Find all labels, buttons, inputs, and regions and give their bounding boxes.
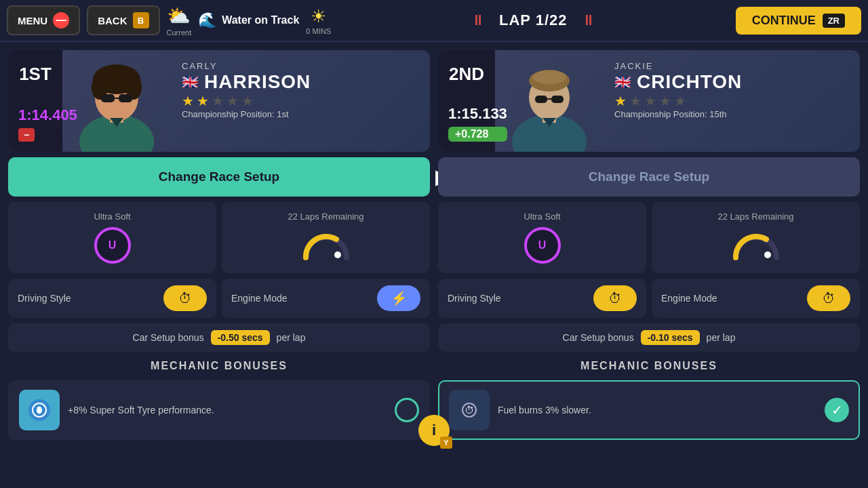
p2-star3: ★ (644, 93, 656, 109)
player2-laps-label: 22 Laps Remaining (717, 211, 793, 222)
player2-driving-style-card: Driving Style ⏱ (438, 279, 646, 318)
player2-mechanic-icon-box: ⏱ (449, 390, 490, 430)
continue-button[interactable]: CONTINUE ZR (736, 7, 861, 35)
player1-fuel-gauge (299, 227, 353, 264)
player2-fuel-gauge (729, 227, 783, 264)
player1-mechanic-icon-svg: $ (27, 398, 52, 422)
player1-lap-time: 1:14.405 (18, 106, 77, 124)
player2-driver-card: 2ND (438, 50, 860, 152)
player2-mechanic-check: ✓ (825, 398, 849, 422)
player1-stars: ★ ★ ★ ★ ★ (182, 93, 419, 109)
player2-engine-mode-label: Engine Mode (661, 293, 717, 304)
pause-left-button[interactable]: ⏸ (471, 12, 486, 29)
star4: ★ (226, 93, 239, 109)
player1-minus-badge: − (18, 128, 35, 142)
svg-point-13 (334, 251, 341, 258)
player1-bonus-value: -0.50 secs (211, 330, 270, 345)
player2-driver-info: JACKIE 🇬🇧 CRICHTON ★ ★ ★ ★ ★ Champio (604, 50, 860, 152)
lightning-icon: ⚡ (391, 290, 408, 306)
track-name: Water on Track (222, 14, 299, 26)
player1-lap-time-section: 1:14.405 − (18, 106, 77, 142)
player1-change-setup-button[interactable]: Change Race Setup ▶ (8, 157, 430, 197)
player2-stars: ★ ★ ★ ★ ★ (614, 93, 849, 109)
back-label: BACK (98, 15, 127, 26)
svg-text:⏱: ⏱ (465, 405, 474, 415)
player2-mechanic-icon-svg: ⏱ (457, 398, 481, 422)
player2-driving-style-toggle[interactable]: ⏱ (593, 285, 637, 311)
player2-setup-row: Ultra Soft U 22 Laps Remaining (438, 202, 860, 273)
player1-tire-icon: U (94, 227, 131, 264)
menu-button[interactable]: MENU — (7, 5, 80, 35)
timer-label: 0 MINS (306, 27, 331, 35)
player2-mechanic-title: MECHANIC BONUSES (438, 357, 860, 375)
svg-point-27 (764, 251, 771, 258)
star3: ★ (212, 93, 224, 109)
player1-mechanic-circle (395, 398, 419, 422)
back-button[interactable]: BACK B (87, 5, 159, 35)
player1-style-row: Driving Style ⏱ Engine Mode ⚡ (8, 279, 430, 318)
star1: ★ (182, 93, 194, 109)
speedometer-icon: ⏱ (178, 291, 192, 306)
svg-rect-10 (119, 94, 132, 102)
player1-laps-label: 22 Laps Remaining (288, 211, 363, 222)
svg-text:$: $ (37, 405, 42, 415)
pause-right-button[interactable]: ⏸ (581, 12, 596, 29)
player1-mechanic-card: $ +8% Super Soft Tyre performance. (8, 380, 430, 440)
player1-mechanic-text: +8% Super Soft Tyre performance. (68, 405, 387, 415)
top-bar-center: ⏸ LAP 1/22 ⏸ (471, 12, 596, 29)
player2-championship: Championship Position: 15th (614, 109, 849, 119)
player2-photo (495, 50, 604, 152)
svg-point-22 (532, 70, 566, 84)
info-button-wrapper: i Y (418, 415, 450, 446)
player2-speedometer-icon: ⏱ (608, 291, 622, 306)
player2-engine-mode-toggle[interactable]: ⏱ (807, 285, 850, 311)
player1-first-name: CARLY (182, 61, 419, 71)
player1-engine-mode-card: Engine Mode ⚡ (222, 279, 430, 318)
player1-mechanic-icon-box: $ (19, 390, 60, 430)
player1-engine-mode-toggle[interactable]: ⚡ (377, 285, 420, 311)
player2-bonus-per-lap: per lap (707, 332, 736, 343)
star5: ★ (241, 93, 254, 109)
player2-lap-time: 1:15.133 (448, 105, 507, 123)
player2-tire-card: Ultra Soft U (438, 202, 646, 273)
player2-bonus-value: -0.10 secs (641, 330, 700, 345)
lap-info: LAP 1/22 (499, 12, 568, 29)
timer-section: ☀ 0 MINS (306, 6, 331, 35)
star2: ★ (197, 93, 209, 109)
player1-driving-style-card: Driving Style ⏱ (8, 279, 216, 318)
player1-last-name: HARRISON (204, 71, 311, 93)
info-button[interactable]: i Y (418, 415, 450, 446)
player2-mechanic-text: Fuel burns 3% slower. (498, 405, 816, 415)
menu-label: MENU (18, 15, 47, 26)
player2-tire-label: Ultra Soft (524, 211, 560, 222)
player1-avatar-svg (66, 54, 167, 152)
player2-style-row: Driving Style ⏱ Engine Mode ⏱ (438, 279, 860, 318)
weather-section: ⛅ Current (167, 5, 192, 37)
player1-tire-label: Ultra Soft (94, 211, 130, 222)
player2-panel: 2ND (438, 50, 860, 480)
player2-laps-card: 22 Laps Remaining (652, 202, 860, 273)
player1-driving-style-label: Driving Style (18, 293, 71, 304)
player2-tire-icon: U (524, 227, 561, 264)
p2-star1: ★ (614, 93, 627, 109)
player2-name-row: 🇬🇧 CRICHTON (614, 71, 849, 93)
zr-badge: ZR (823, 14, 845, 28)
player2-bonus-label: Car Setup bonus (563, 332, 634, 343)
weather-icon: ⛅ (167, 5, 191, 27)
continue-label: CONTINUE (752, 14, 816, 28)
player2-change-setup-button[interactable]: Change Race Setup (438, 157, 860, 197)
player1-driving-style-toggle[interactable]: ⏱ (163, 285, 207, 311)
player1-change-setup-label: Change Race Setup (159, 169, 279, 184)
player1-tire-card: Ultra Soft U (8, 202, 216, 273)
player1-bonus-label: Car Setup bonus (133, 332, 204, 343)
player2-avatar-svg (498, 54, 600, 152)
panels-wrapper: 1ST (8, 50, 860, 480)
player2-last-name: CRICHTON (637, 71, 742, 93)
p2-star2: ★ (629, 93, 642, 109)
top-bar-left: MENU — BACK B ⛅ Current 🌊 Water on Track… (7, 5, 331, 37)
svg-point-8 (107, 67, 126, 81)
water-icon: 🌊 (198, 12, 216, 29)
player1-bonus-per-lap: per lap (277, 332, 306, 343)
player2-first-name: JACKIE (614, 61, 849, 71)
svg-rect-24 (551, 96, 564, 103)
